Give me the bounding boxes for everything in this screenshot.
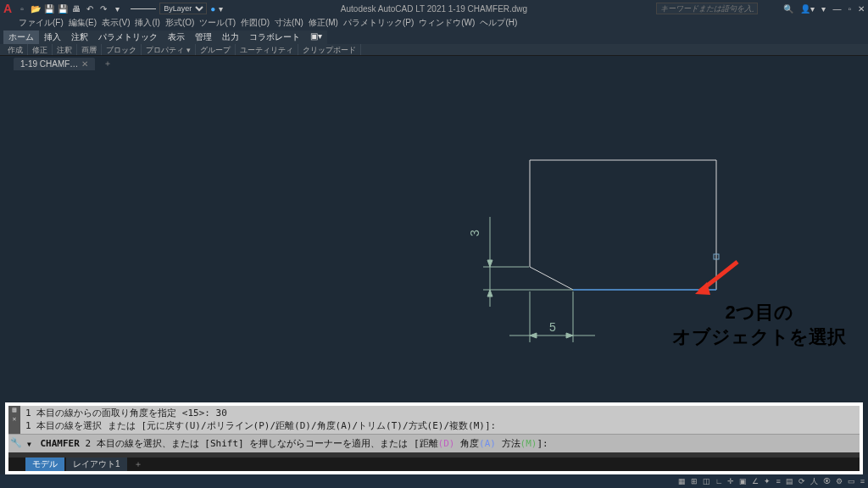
ribbon-tab-collaborate[interactable]: コラボレート xyxy=(244,30,305,44)
qat-more-icon[interactable]: ▾ xyxy=(112,3,122,14)
panel-clipboard[interactable]: クリップボード xyxy=(298,44,361,55)
customize-icon[interactable]: 🔧 xyxy=(10,437,22,448)
command-input-line[interactable]: 🔧 ▼ CHAMFER 2 本目の線を選択、または [Shift] を押しながら… xyxy=(8,434,860,452)
command-text-end: ]: xyxy=(537,438,548,449)
ribbon-tab-output[interactable]: 出力 xyxy=(217,30,244,44)
status-transparency-icon[interactable]: ▤ xyxy=(786,477,793,485)
command-text: 2 本目の線を選択、または [Shift] を押しながらコーナーを適用、または … xyxy=(85,438,419,449)
ribbon-tab-more[interactable]: ▣▾ xyxy=(305,30,327,44)
file-tab-label: 1-19 CHAMF… xyxy=(20,59,78,69)
undo-icon[interactable]: ↶ xyxy=(85,3,95,14)
saveas-icon[interactable]: 💾 xyxy=(58,3,68,14)
panel-annotation[interactable]: 注釈 xyxy=(53,44,77,55)
history-line: 1 本目の線からの面取り角度を指定 <15>: 30 xyxy=(25,408,856,419)
annotation-text: 2つ目の オブジェクトを選択 xyxy=(672,301,846,349)
panel-modify[interactable]: 修正 xyxy=(28,44,53,55)
menu-edit[interactable]: 編集(E) xyxy=(67,17,98,30)
open-icon[interactable]: 📂 xyxy=(31,3,41,14)
tab-model[interactable]: モデル xyxy=(25,458,64,471)
status-ortho-icon[interactable]: ∟ xyxy=(715,477,723,485)
app-logo: A xyxy=(3,2,12,15)
svg-marker-14 xyxy=(487,260,492,267)
panel-groups[interactable]: グループ xyxy=(196,44,236,55)
menu-window[interactable]: ウィンドウ(W) xyxy=(417,17,476,30)
panel-utilities[interactable]: ユーティリティ xyxy=(236,44,298,55)
status-grid-icon[interactable]: ⊞ xyxy=(691,477,698,485)
menu-insert[interactable]: 挿入(I) xyxy=(133,17,161,30)
close-icon[interactable]: ✕ xyxy=(858,4,865,14)
tab-layout1[interactable]: レイアウト1 xyxy=(66,458,127,471)
plot-icon[interactable]: 🖶 xyxy=(71,3,81,14)
annotation-line1: 2つ目の xyxy=(672,301,846,325)
ribbon-tab-insert[interactable]: 挿入 xyxy=(39,30,66,44)
svg-marker-9 xyxy=(530,333,537,338)
svg-marker-10 xyxy=(566,333,573,338)
opt-method[interactable]: 方法(M) xyxy=(496,438,537,449)
file-tab[interactable]: 1-19 CHAMF… ✕ xyxy=(14,58,95,70)
svg-line-4 xyxy=(530,267,573,290)
file-tabs: 1-19 CHAMF… ✕ ＋ xyxy=(0,56,868,71)
panel-properties[interactable]: プロパティ ▾ xyxy=(142,44,196,55)
ribbon-tab-home[interactable]: ホーム xyxy=(3,30,39,44)
status-workspace-icon[interactable]: ⚙ xyxy=(836,477,843,485)
panel-create[interactable]: 作成 xyxy=(3,44,28,55)
svg-marker-15 xyxy=(487,290,492,297)
command-name: CHAMFER xyxy=(40,438,79,449)
ribbon-tab-view[interactable]: 表示 xyxy=(163,30,190,44)
status-customize-icon[interactable]: ≡ xyxy=(860,477,865,485)
menu-tools[interactable]: ツール(T) xyxy=(198,17,237,30)
new-icon[interactable]: ▫ xyxy=(17,3,27,14)
ribbon-panels: 作成 修正 注釈 画層 ブロック プロパティ ▾ グループ ユーティリティ クリ… xyxy=(0,44,868,56)
menu-format[interactable]: 形式(O) xyxy=(164,17,196,30)
tab-add-layout-icon[interactable]: ＋ xyxy=(129,458,147,470)
status-dyn-icon[interactable]: ✦ xyxy=(764,477,771,485)
search-icon[interactable]: 🔍 xyxy=(783,4,793,14)
layer-control: ByLayer ● ▾ xyxy=(131,3,223,14)
restore-icon[interactable]: ▫ xyxy=(848,4,851,14)
dimension-3: 3 xyxy=(468,230,481,236)
status-lwt-icon[interactable]: ≡ xyxy=(776,477,780,485)
panel-layers[interactable]: 画層 xyxy=(77,44,102,55)
ribbon-tab-manage[interactable]: 管理 xyxy=(190,30,217,44)
status-otrack-icon[interactable]: ∠ xyxy=(752,477,759,485)
ribbon-tab-annotate[interactable]: 注釈 xyxy=(66,30,93,44)
window-title: Autodesk AutoCAD LT 2021 1-19 CHAMFER.dw… xyxy=(341,4,527,14)
linetype-preview xyxy=(131,8,156,9)
status-annoscale-icon[interactable]: 人 xyxy=(810,476,818,487)
minimize-icon[interactable]: — xyxy=(832,4,841,14)
save-icon[interactable]: 💾 xyxy=(44,3,54,14)
file-tab-close-icon[interactable]: ✕ xyxy=(81,59,88,69)
menu-help[interactable]: ヘルプ(H) xyxy=(478,17,519,30)
layer-more-icon[interactable]: ▾ xyxy=(219,4,223,14)
layer-color-icon[interactable]: ● xyxy=(210,4,215,14)
menu-file[interactable]: ファイル(F) xyxy=(17,17,65,30)
status-snap-icon[interactable]: ◫ xyxy=(703,477,710,485)
command-history-gutter: ▦✕ xyxy=(8,406,20,434)
redo-icon[interactable]: ↷ xyxy=(98,3,108,14)
opt-angle[interactable]: 角度(A) xyxy=(454,438,496,449)
menu-parametric[interactable]: パラメトリック(P) xyxy=(342,17,415,30)
menu-draw[interactable]: 作図(D) xyxy=(239,17,271,30)
help-icon[interactable]: ▾ xyxy=(821,4,826,14)
annotation-line2: オブジェクトを選択 xyxy=(672,325,846,350)
panel-block[interactable]: ブロック xyxy=(102,44,142,55)
signin-icon[interactable]: 👤▾ xyxy=(800,4,815,14)
file-tab-add-icon[interactable]: ＋ xyxy=(98,58,117,69)
menu-dimension[interactable]: 寸法(N) xyxy=(273,17,305,30)
search-input[interactable] xyxy=(656,3,758,14)
status-model-icon[interactable]: ▦ xyxy=(678,477,686,485)
status-osnap-icon[interactable]: ▣ xyxy=(739,477,747,485)
ribbon-tab-parametric[interactable]: パラメトリック xyxy=(93,30,163,44)
status-cycling-icon[interactable]: ⟳ xyxy=(798,477,805,485)
status-annovisibility-icon[interactable]: ⦿ xyxy=(823,477,831,485)
status-clean-icon[interactable]: ▭ xyxy=(848,477,855,485)
layer-dropdown[interactable]: ByLayer xyxy=(159,3,207,14)
status-polar-icon[interactable]: ✛ xyxy=(727,477,734,485)
quick-access-toolbar: ▫ 📂 💾 💾 🖶 ↶ ↷ ▾ xyxy=(17,3,122,14)
opt-distance[interactable]: 距離(D) xyxy=(420,438,455,449)
menu-modify[interactable]: 修正(M) xyxy=(307,17,340,30)
model-layout-tabs: モデル レイアウト1 ＋ xyxy=(8,458,860,471)
command-area: ▦✕ 1 本目の線からの面取り角度を指定 <15>: 30 1 本目の線を選択 … xyxy=(5,402,863,474)
command-prompt-icon: ▼ xyxy=(27,441,31,448)
menu-view[interactable]: 表示(V) xyxy=(100,17,131,30)
